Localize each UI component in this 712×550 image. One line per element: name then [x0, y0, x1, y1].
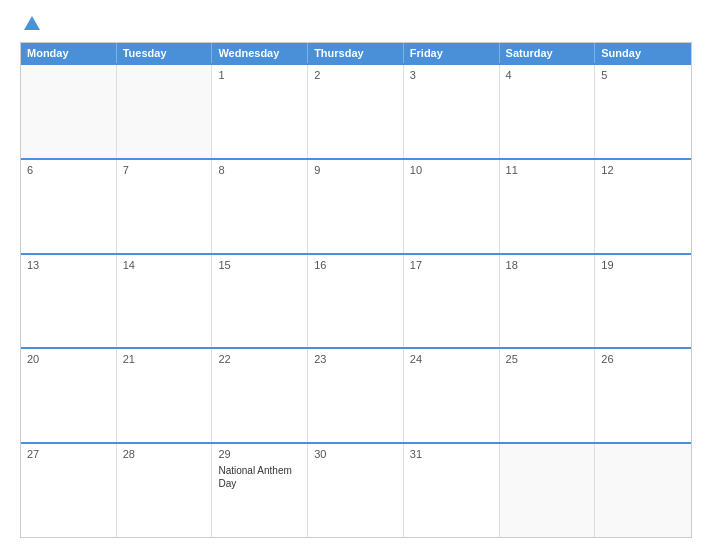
- day-number: 12: [601, 164, 685, 176]
- weekday-header-sunday: Sunday: [595, 43, 691, 63]
- event-label: National Anthem Day: [218, 464, 301, 490]
- calendar-body: 1234567891011121314151617181920212223242…: [21, 63, 691, 537]
- day-number: 7: [123, 164, 206, 176]
- calendar-cell: 9: [308, 160, 404, 253]
- day-number: 20: [27, 353, 110, 365]
- calendar-cell: [117, 65, 213, 158]
- calendar-cell: 20: [21, 349, 117, 442]
- calendar-header: MondayTuesdayWednesdayThursdayFridaySatu…: [21, 43, 691, 63]
- calendar-cell: 27: [21, 444, 117, 537]
- calendar-cell: 10: [404, 160, 500, 253]
- calendar-cell: 21: [117, 349, 213, 442]
- day-number: 16: [314, 259, 397, 271]
- day-number: 6: [27, 164, 110, 176]
- calendar-cell: 23: [308, 349, 404, 442]
- day-number: 21: [123, 353, 206, 365]
- day-number: 10: [410, 164, 493, 176]
- day-number: 30: [314, 448, 397, 460]
- calendar-cell: 15: [212, 255, 308, 348]
- day-number: 26: [601, 353, 685, 365]
- calendar-cell: 17: [404, 255, 500, 348]
- calendar-cell: 24: [404, 349, 500, 442]
- calendar-cell: [500, 444, 596, 537]
- calendar: MondayTuesdayWednesdayThursdayFridaySatu…: [20, 42, 692, 538]
- day-number: 23: [314, 353, 397, 365]
- calendar-cell: 4: [500, 65, 596, 158]
- calendar-cell: [21, 65, 117, 158]
- week-row-1: 6789101112: [21, 158, 691, 253]
- calendar-cell: 18: [500, 255, 596, 348]
- day-number: 8: [218, 164, 301, 176]
- day-number: 25: [506, 353, 589, 365]
- day-number: 14: [123, 259, 206, 271]
- calendar-page: MondayTuesdayWednesdayThursdayFridaySatu…: [0, 0, 712, 550]
- weekday-header-friday: Friday: [404, 43, 500, 63]
- day-number: 1: [218, 69, 301, 81]
- calendar-cell: 25: [500, 349, 596, 442]
- day-number: 15: [218, 259, 301, 271]
- logo: [20, 16, 40, 32]
- calendar-cell: 6: [21, 160, 117, 253]
- calendar-cell: 26: [595, 349, 691, 442]
- header: [20, 16, 692, 32]
- day-number: 4: [506, 69, 589, 81]
- calendar-cell: 29National Anthem Day: [212, 444, 308, 537]
- calendar-cell: 16: [308, 255, 404, 348]
- weekday-header-wednesday: Wednesday: [212, 43, 308, 63]
- calendar-cell: [595, 444, 691, 537]
- calendar-cell: 30: [308, 444, 404, 537]
- weekday-header-tuesday: Tuesday: [117, 43, 213, 63]
- calendar-cell: 11: [500, 160, 596, 253]
- week-row-0: 12345: [21, 63, 691, 158]
- calendar-cell: 13: [21, 255, 117, 348]
- day-number: 13: [27, 259, 110, 271]
- calendar-cell: 5: [595, 65, 691, 158]
- calendar-cell: 7: [117, 160, 213, 253]
- day-number: 31: [410, 448, 493, 460]
- day-number: 29: [218, 448, 301, 460]
- calendar-cell: 1: [212, 65, 308, 158]
- calendar-cell: 28: [117, 444, 213, 537]
- weekday-header-monday: Monday: [21, 43, 117, 63]
- day-number: 2: [314, 69, 397, 81]
- calendar-cell: 19: [595, 255, 691, 348]
- day-number: 28: [123, 448, 206, 460]
- calendar-cell: 22: [212, 349, 308, 442]
- day-number: 5: [601, 69, 685, 81]
- calendar-cell: 12: [595, 160, 691, 253]
- day-number: 22: [218, 353, 301, 365]
- week-row-3: 20212223242526: [21, 347, 691, 442]
- week-row-2: 13141516171819: [21, 253, 691, 348]
- weekday-header-thursday: Thursday: [308, 43, 404, 63]
- day-number: 3: [410, 69, 493, 81]
- weekday-header-saturday: Saturday: [500, 43, 596, 63]
- day-number: 11: [506, 164, 589, 176]
- day-number: 19: [601, 259, 685, 271]
- calendar-cell: 8: [212, 160, 308, 253]
- day-number: 18: [506, 259, 589, 271]
- day-number: 9: [314, 164, 397, 176]
- day-number: 17: [410, 259, 493, 271]
- calendar-cell: 31: [404, 444, 500, 537]
- calendar-cell: 14: [117, 255, 213, 348]
- week-row-4: 272829National Anthem Day3031: [21, 442, 691, 537]
- logo-triangle-icon: [24, 16, 40, 30]
- day-number: 24: [410, 353, 493, 365]
- day-number: 27: [27, 448, 110, 460]
- calendar-cell: 3: [404, 65, 500, 158]
- calendar-cell: 2: [308, 65, 404, 158]
